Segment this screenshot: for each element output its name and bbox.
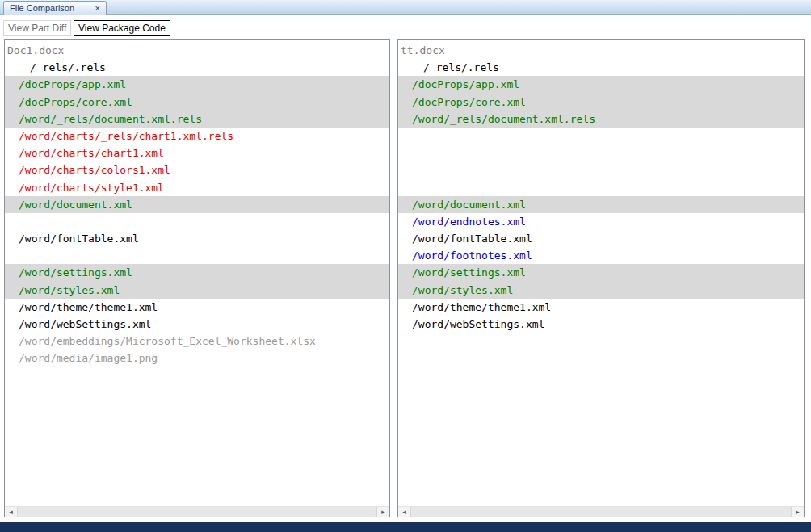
file-row[interactable]: /word/_rels/document.xml.rels (5, 111, 389, 128)
file-row[interactable]: /word/document.xml (398, 196, 804, 213)
file-row[interactable]: /word/styles.xml (5, 282, 389, 299)
scroll-left-arrow-icon[interactable]: ◂ (5, 507, 17, 517)
scroll-right-arrow-icon[interactable]: ▸ (377, 507, 389, 517)
file-row-blank (398, 179, 804, 196)
file-row[interactable]: /docProps/app.xml (5, 76, 389, 93)
file-row[interactable]: /word/theme/theme1.xml (398, 299, 804, 316)
file-row[interactable]: /word/styles.xml (398, 282, 804, 299)
file-row[interactable]: /docProps/app.xml (398, 76, 804, 93)
file-row[interactable]: /word/charts/colors1.xml (5, 161, 389, 178)
file-row[interactable]: /word/_rels/document.xml.rels (398, 111, 804, 128)
left-panel-title: Doc1.docx (5, 42, 389, 59)
file-row[interactable]: /word/charts/chart1.xml (5, 145, 389, 161)
file-row[interactable]: /word/fontTable.xml (5, 230, 389, 247)
file-row[interactable]: /word/fontTable.xml (398, 230, 804, 247)
file-row[interactable]: /word/endnotes.xml (398, 213, 804, 230)
right-scrollbar-thumb[interactable] (410, 507, 792, 517)
file-row[interactable]: /word/webSettings.xml (5, 316, 389, 333)
file-row[interactable]: /word/charts/style1.xml (5, 179, 389, 196)
tab-strip: File Comparison × (0, 0, 811, 15)
scroll-right-arrow-icon[interactable]: ▸ (792, 507, 804, 517)
file-row-blank (5, 247, 389, 264)
left-file-panel: Doc1.docx /_rels/.rels/docProps/app.xml/… (4, 39, 390, 517)
file-row-blank (398, 145, 804, 161)
file-row[interactable]: /word/webSettings.xml (398, 316, 804, 333)
file-row[interactable]: /word/settings.xml (5, 264, 389, 281)
file-row[interactable]: /word/charts/_rels/chart1.xml.rels (5, 128, 389, 145)
file-row-blank (5, 213, 389, 230)
file-row[interactable]: /word/footnotes.xml (398, 247, 804, 264)
right-file-list: tt.docx /_rels/.rels/docProps/app.xml/do… (398, 40, 804, 506)
file-row-blank (398, 128, 804, 145)
tab-title: File Comparison (10, 3, 74, 13)
right-horizontal-scrollbar[interactable]: ◂ ▸ (398, 506, 804, 517)
file-row[interactable]: /word/settings.xml (398, 264, 804, 281)
file-row[interactable]: /docProps/core.xml (398, 94, 804, 111)
file-row-blank (398, 161, 804, 178)
file-row[interactable]: /_rels/.rels (398, 59, 804, 76)
file-row[interactable]: /docProps/core.xml (5, 94, 389, 111)
comparison-panes: Doc1.docx /_rels/.rels/docProps/app.xml/… (0, 39, 811, 517)
left-file-rows: /_rels/.rels/docProps/app.xml/docProps/c… (5, 59, 389, 367)
left-file-list: Doc1.docx /_rels/.rels/docProps/app.xml/… (5, 40, 389, 506)
tab-file-comparison[interactable]: File Comparison × (3, 1, 107, 15)
view-part-diff-button[interactable]: View Part Diff (3, 20, 71, 36)
file-row[interactable]: /word/document.xml (5, 196, 389, 213)
bottom-bar (0, 522, 811, 532)
file-row[interactable]: /word/embeddings/Microsoft_Excel_Workshe… (5, 333, 389, 350)
scroll-left-arrow-icon[interactable]: ◂ (398, 507, 410, 517)
file-row[interactable]: /word/theme/theme1.xml (5, 299, 389, 316)
file-comparison-window: File Comparison × View Part Diff View Pa… (0, 0, 811, 532)
left-scrollbar-thumb[interactable] (17, 507, 377, 517)
tab-close-icon[interactable]: × (89, 4, 100, 13)
right-panel-title: tt.docx (398, 42, 804, 59)
view-package-code-button[interactable]: View Package Code (74, 20, 170, 36)
right-file-rows: /_rels/.rels/docProps/app.xml/docProps/c… (398, 59, 804, 333)
left-horizontal-scrollbar[interactable]: ◂ ▸ (5, 506, 389, 517)
file-row[interactable]: /_rels/.rels (5, 59, 389, 76)
right-file-panel: tt.docx /_rels/.rels/docProps/app.xml/do… (397, 39, 805, 517)
file-row[interactable]: /word/media/image1.png (5, 350, 389, 367)
